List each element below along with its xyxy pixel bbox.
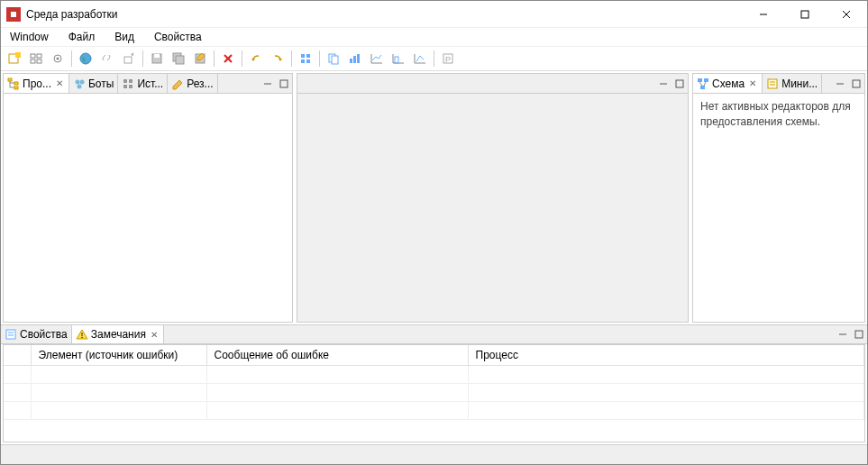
- maximize-icon[interactable]: [672, 77, 687, 91]
- close-button[interactable]: [826, 1, 867, 28]
- p-button[interactable]: P: [438, 49, 458, 68]
- chart3-button[interactable]: [388, 49, 408, 68]
- svg-rect-25: [301, 59, 305, 63]
- svg-rect-46: [280, 80, 288, 87]
- menu-properties[interactable]: Свойства: [151, 29, 206, 45]
- minimize-icon[interactable]: [656, 77, 671, 91]
- col-icon[interactable]: [4, 345, 31, 366]
- titlebar: Среда разработки: [1, 1, 867, 28]
- close-icon[interactable]: ✕: [747, 78, 758, 89]
- svg-rect-63: [855, 331, 863, 338]
- tree-icon: [7, 78, 20, 90]
- col-element[interactable]: Элемент (источник ошибки): [31, 345, 206, 366]
- svg-rect-32: [395, 57, 398, 63]
- svg-rect-48: [676, 80, 683, 87]
- tab-history[interactable]: Ист...: [118, 74, 168, 94]
- svg-rect-3: [801, 11, 809, 18]
- chart2-button[interactable]: [367, 49, 387, 68]
- svg-rect-9: [37, 54, 41, 58]
- svg-rect-57: [6, 330, 15, 339]
- minimize-button[interactable]: [743, 1, 784, 28]
- app-icon: [6, 7, 21, 22]
- right-panel: Схема ✕ Мини... Нет активных редакторов …: [692, 73, 865, 323]
- no-editor-message: Нет активных редакторов для предоставлен…: [700, 100, 851, 128]
- table-row[interactable]: [4, 384, 864, 402]
- globe-button[interactable]: [76, 49, 96, 68]
- minimap-icon: [766, 78, 779, 90]
- results-icon: [171, 78, 184, 90]
- svg-rect-37: [14, 87, 18, 89]
- svg-rect-19: [176, 56, 184, 64]
- bots-icon: [73, 78, 86, 90]
- schema-icon: [697, 78, 709, 90]
- menu-window[interactable]: Window: [6, 29, 52, 45]
- svg-rect-8: [31, 54, 35, 58]
- toolbar: P: [1, 46, 867, 71]
- svg-rect-23: [301, 54, 305, 58]
- tab-bots[interactable]: Боты: [69, 74, 118, 94]
- svg-rect-24: [306, 54, 310, 58]
- minimize-icon[interactable]: [833, 77, 847, 91]
- svg-rect-35: [8, 78, 12, 81]
- col-process[interactable]: Процесс: [468, 345, 864, 366]
- copy-button[interactable]: [324, 49, 343, 68]
- svg-point-61: [81, 337, 83, 339]
- tab-remarks[interactable]: Замечания ✕: [72, 325, 164, 345]
- tab-schema[interactable]: Схема ✕: [693, 74, 763, 94]
- svg-point-38: [75, 79, 79, 84]
- svg-rect-1: [11, 12, 16, 17]
- svg-rect-56: [853, 80, 860, 87]
- maximize-button[interactable]: [784, 1, 826, 28]
- save-all-button[interactable]: [169, 49, 188, 68]
- table-row[interactable]: [4, 402, 864, 420]
- svg-rect-26: [306, 59, 310, 63]
- svg-rect-15: [124, 57, 132, 63]
- redo-button[interactable]: [268, 49, 288, 68]
- settings-button[interactable]: [48, 49, 68, 68]
- table-row[interactable]: [4, 366, 864, 384]
- svg-rect-17: [154, 54, 160, 58]
- chart1-button[interactable]: [345, 49, 365, 68]
- statusbar: [1, 444, 867, 464]
- link-button[interactable]: [97, 49, 117, 68]
- history-icon: [122, 78, 134, 90]
- left-panel-body: [4, 94, 292, 322]
- svg-rect-41: [123, 79, 127, 83]
- save-button[interactable]: [147, 49, 167, 68]
- close-icon[interactable]: ✕: [149, 329, 160, 340]
- new-project-button[interactable]: [5, 49, 24, 68]
- bottom-panel: Свойства Замечания ✕ Элемент (источник о…: [1, 324, 867, 464]
- svg-rect-7: [15, 52, 21, 58]
- chart4-button[interactable]: [410, 49, 430, 68]
- layout-button[interactable]: [26, 49, 46, 68]
- menu-file[interactable]: Файл: [65, 29, 99, 45]
- delete-button[interactable]: [218, 49, 238, 68]
- export-button[interactable]: [119, 49, 139, 68]
- svg-rect-31: [357, 54, 360, 63]
- menu-view[interactable]: Вид: [111, 29, 138, 45]
- remarks-table: Элемент (источник ошибки) Сообщение об о…: [4, 345, 864, 420]
- grid-button[interactable]: [296, 49, 315, 68]
- svg-point-39: [79, 79, 84, 84]
- minimize-icon[interactable]: [260, 77, 275, 91]
- minimize-icon[interactable]: [836, 327, 850, 342]
- tab-projects[interactable]: Про... ✕: [4, 74, 69, 94]
- properties-icon: [5, 328, 17, 341]
- svg-point-13: [57, 58, 59, 60]
- undo-button[interactable]: [246, 49, 266, 68]
- tab-minimap[interactable]: Мини...: [763, 74, 822, 94]
- svg-rect-44: [129, 85, 132, 88]
- editor-panel: [297, 73, 689, 323]
- maximize-icon[interactable]: [852, 327, 866, 342]
- tab-results[interactable]: Рез...: [168, 74, 217, 94]
- svg-rect-42: [129, 79, 132, 83]
- maximize-icon[interactable]: [277, 77, 291, 91]
- save-edit-button[interactable]: [190, 49, 210, 68]
- svg-rect-10: [31, 59, 35, 63]
- svg-rect-50: [704, 78, 708, 82]
- maximize-icon[interactable]: [849, 77, 863, 91]
- tab-properties[interactable]: Свойства: [1, 324, 72, 344]
- col-message[interactable]: Сообщение об ошибке: [206, 345, 468, 366]
- svg-rect-36: [14, 82, 18, 85]
- close-icon[interactable]: ✕: [54, 78, 65, 89]
